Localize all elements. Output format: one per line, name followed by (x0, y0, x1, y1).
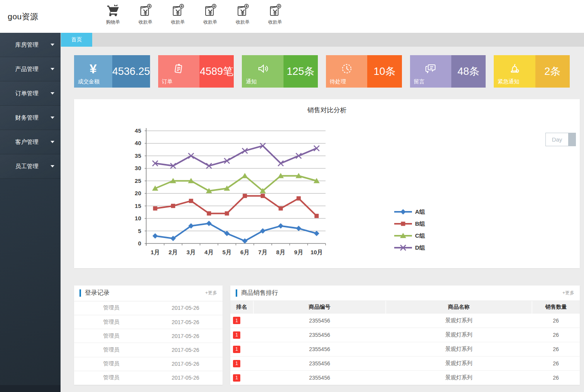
svg-text:0: 0 (138, 240, 141, 247)
stat-card-1[interactable]: ¥成交金额4536.25 (74, 55, 150, 88)
svg-text:4月: 4月 (204, 249, 213, 255)
stat-card-label: 待处理 (330, 78, 346, 85)
login-user: 管理员 (74, 371, 149, 385)
sidebar-item-label: 员工管理 (15, 163, 39, 170)
accent-bar (79, 289, 81, 297)
order-icon (172, 63, 185, 75)
sidebar-item-5[interactable]: 客户管理 (0, 130, 61, 154)
header-shortcut-2[interactable]: 收款单 (136, 3, 155, 25)
sales-qty-cell: 26 (532, 357, 580, 371)
stat-card-2[interactable]: 订单4589笔 (158, 55, 234, 88)
stat-card-value: 4536.25 (112, 55, 150, 88)
rank-badge: 1 (233, 346, 240, 353)
sales-qty-cell: 26 (532, 371, 580, 385)
rank-badge: 1 (233, 317, 240, 324)
sales-qty-cell: 26 (532, 314, 580, 328)
sales-name-cell: 景观灯系列 (386, 342, 532, 357)
header-shortcut-6[interactable]: 收款单 (265, 3, 285, 25)
login-record-row: 管理员2017-05-26 (74, 343, 223, 357)
shortcut-label: 收款单 (268, 19, 282, 25)
svg-text:8月: 8月 (276, 249, 285, 255)
svg-text:C组: C组 (415, 232, 425, 239)
stat-card-6[interactable]: 紧急通知2条 (494, 55, 570, 88)
product-sales-panel: 商品销售排行 +更多 排名商品编号商品名称销售数量 12355456景观灯系列2… (230, 286, 580, 385)
sales-table-row: 12355456景观灯系列26 (230, 357, 580, 371)
login-record-row: 管理员2017-05-26 (74, 357, 223, 371)
svg-text:D组: D组 (415, 244, 425, 251)
svg-text:35: 35 (135, 152, 141, 159)
sidebar-item-3[interactable]: 订单管理 (0, 81, 61, 106)
login-user: 管理员 (74, 301, 149, 315)
accent-bar (236, 289, 237, 297)
svg-text:2月: 2月 (169, 249, 177, 255)
sales-column-header: 排名 (230, 301, 253, 314)
sidebar-item-4[interactable]: 财务管理 (0, 106, 61, 130)
login-date: 2017-05-26 (149, 315, 223, 329)
header-shortcut-3[interactable]: 收款单 (168, 3, 187, 25)
main-content: ¥成交金额4536.25订单4589笔通知125条待处理10条留言48条紧急通知… (61, 47, 584, 392)
stat-card-value: 48条 (451, 55, 486, 88)
sales-name-cell: 景观灯系列 (386, 328, 532, 342)
stat-card-label: 留言 (414, 78, 425, 85)
stat-card-value: 2条 (535, 55, 570, 88)
login-record-row: 管理员2017-05-26 (74, 329, 223, 343)
sidebar-item-label: 产品管理 (15, 66, 39, 73)
sales-chart-panel: 销售对比分析 Day 0510152025303540451月2月3月4月5月6… (74, 99, 580, 268)
receipt-icon (138, 3, 153, 18)
stat-card-left: 待处理 (326, 55, 367, 88)
header-shortcut-1[interactable]: 购物单 (103, 3, 123, 25)
header-shortcut-4[interactable]: 收款单 (201, 3, 220, 25)
svg-text:9月: 9月 (294, 249, 303, 255)
sales-panel-title: 商品销售排行 (241, 289, 278, 297)
login-user: 管理员 (74, 329, 149, 343)
chevron-down-icon (51, 141, 54, 143)
login-user: 管理员 (74, 357, 149, 371)
stat-card-3[interactable]: 通知125条 (242, 55, 318, 88)
rank-badge: 1 (233, 374, 240, 382)
sidebar-footer (0, 385, 61, 392)
stat-card-left: 通知 (242, 55, 283, 88)
receipt-icon (170, 3, 185, 18)
login-record-row: 管理员2017-05-26 (74, 371, 223, 385)
chevron-down-icon (51, 68, 54, 70)
svg-text:10月: 10月 (311, 249, 323, 255)
tab-home[interactable]: 首页 (61, 33, 92, 47)
sidebar-item-2[interactable]: 产品管理 (0, 57, 61, 81)
sales-more-link[interactable]: +更多 (562, 290, 574, 296)
sales-name-cell: 景观灯系列 (386, 314, 532, 328)
chevron-down-icon (51, 165, 54, 167)
rank-badge: 1 (233, 360, 240, 367)
svg-text:20: 20 (135, 190, 141, 196)
shortcut-label: 收款单 (138, 19, 152, 25)
stat-card-left: 紧急通知 (494, 55, 535, 88)
sidebar-item-label: 财务管理 (15, 114, 39, 122)
stat-card-label: 成交金额 (78, 78, 100, 85)
login-user: 管理员 (74, 343, 149, 357)
login-record-row: 管理员2017-05-26 (74, 301, 223, 315)
svg-text:45: 45 (135, 127, 141, 134)
login-user: 管理员 (74, 315, 149, 329)
svg-text:A组: A组 (415, 208, 425, 215)
stat-card-value: 125条 (284, 55, 318, 88)
stat-card-5[interactable]: 留言48条 (410, 55, 486, 88)
sidebar-item-6[interactable]: 员工管理 (0, 154, 61, 179)
sales-rank-cell: 1 (230, 314, 253, 328)
sales-column-header: 销售数量 (532, 301, 580, 314)
stat-card-left: 订单 (158, 55, 199, 88)
chevron-down-icon (51, 92, 54, 95)
sidebar-item-1[interactable]: 库房管理 (0, 33, 61, 57)
sales-rank-cell: 1 (230, 328, 253, 342)
sidebar-item-label: 订单管理 (15, 90, 39, 97)
stat-card-label: 紧急通知 (498, 78, 519, 85)
message-icon (424, 63, 437, 75)
header-shortcut-5[interactable]: 收款单 (233, 3, 252, 25)
app-logo: gou资源 (8, 0, 39, 33)
sales-name-cell: 景观灯系列 (386, 371, 532, 385)
receipt-icon (203, 3, 218, 18)
stat-card-4[interactable]: 待处理10条 (326, 55, 402, 88)
sales-table-row: 12355456景观灯系列26 (230, 328, 580, 342)
svg-text:30: 30 (135, 165, 141, 171)
login-records-panel: 登录记录 +更多 管理员2017-05-26管理员2017-05-26管理员20… (74, 286, 223, 385)
login-more-link[interactable]: +更多 (205, 290, 217, 296)
sales-name-cell: 景观灯系列 (386, 357, 532, 371)
